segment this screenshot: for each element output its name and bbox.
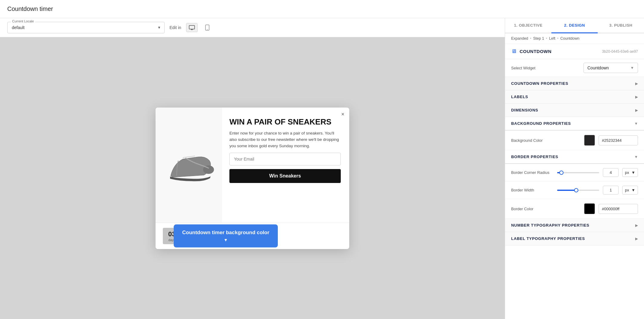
section-countdown-title: COUNTDOWN PROPERTIES [511,81,635,86]
countdown-hours-label: hours [192,238,200,242]
locale-label: Current Locale [11,19,35,23]
countdown-row: Countdown timer background color ▼ 03 da… [156,223,349,249]
section-border-properties[interactable]: BORDER PROPERTIES ▼ [505,150,644,164]
border-corner-radius-slider[interactable] [557,172,599,173]
section-labels-title: LABELS [511,95,635,99]
cta-button[interactable]: Win Sneakers [229,169,341,183]
chevron-right-icon: ▶ [635,237,638,241]
edit-in-label: Edit in [169,25,181,30]
popup-headline: WIN A PAIR OF SNEAKERS [229,117,341,127]
background-color-row: Background Color [505,131,644,150]
section-number-typography-title: NUMBER TYPOGRAPHY PROPERTIES [511,223,635,228]
breadcrumb-sep-1: • [530,36,531,41]
app-title: Countdown timer [7,5,637,12]
svg-rect-0 [189,25,195,29]
border-color-label: Border Color [511,207,580,211]
background-color-input[interactable] [599,135,638,145]
border-width-input[interactable] [603,186,619,194]
breadcrumb-step: Step 1 [533,36,544,41]
border-width-slider[interactable] [557,190,599,191]
border-color-row: Border Color [505,199,644,219]
chevron-down-icon: ▼ [634,155,638,159]
popup-close-button[interactable]: × [341,111,344,118]
countdown-mins-value: 41 [216,230,223,238]
background-color-label: Background Color [511,138,580,143]
select-widget-value: Countdown [587,65,609,70]
svg-point-2 [207,29,208,30]
countdown-hours-value: 23 [192,230,199,238]
mobile-icon [205,25,209,31]
section-background-properties[interactable]: BACKGROUND PROPERTIES ▼ [505,117,644,131]
countdown-secs: 54 secs [234,228,252,244]
breadcrumb-countdown: Countdown [560,36,579,41]
chevron-down-icon: ▼ [634,121,638,126]
countdown-mins-label: mins [216,238,223,242]
unit-chevron: ▼ [631,170,635,175]
countdown-days: 03 days [163,228,181,244]
locale-dropdown[interactable]: default [7,22,165,33]
desktop-icon [189,25,195,30]
tab-bar: 1. OBJECTIVE 2. DESIGN 3. PUBLISH [505,18,644,33]
section-dimensions-title: DIMENSIONS [511,108,635,112]
section-label-typography-title: LABEL TYPOGRAPHY PROPERTIES [511,236,635,241]
top-bar: Countdown timer [0,0,644,18]
popup-content-area: WIN A PAIR OF SNEAKERS Enter now for you… [222,108,349,223]
canvas-area: Current Locale default ▼ Edit in × [0,18,505,319]
tab-publish[interactable]: 3. PUBLISH [598,18,644,33]
breadcrumb-sep-3: • [557,36,558,41]
breadcrumb: Expanded • Step 1 • Left • Countdown [505,33,644,44]
border-corner-radius-label: Border Corner Radius [511,170,554,175]
countdown-days-label: days [168,238,175,242]
section-dimensions[interactable]: DIMENSIONS ▶ [505,104,644,117]
locale-selector[interactable]: Current Locale default ▼ [7,22,165,33]
canvas-content: × [0,37,505,319]
chevron-right-icon: ▶ [635,108,638,112]
shoe-image [160,141,218,189]
unit-chevron-2: ▼ [631,188,635,192]
desktop-device-button[interactable] [186,23,198,32]
unit-label-2: px [625,188,629,192]
border-color-swatch[interactable] [584,203,595,214]
popup-body: Enter now for your chance to win a pair … [229,130,341,149]
section-label-typography[interactable]: LABEL TYPOGRAPHY PROPERTIES ▶ [505,232,644,245]
canvas-toolbar: Current Locale default ▼ Edit in [0,18,505,37]
email-input[interactable] [229,153,341,165]
chevron-right-icon: ▶ [635,81,638,86]
chevron-down-icon: ▼ [630,66,634,70]
popup-inner: WIN A PAIR OF SNEAKERS Enter now for you… [156,108,349,223]
border-corner-radius-unit[interactable]: px ▼ [622,168,638,177]
section-border-title: BORDER PROPERTIES [511,155,634,159]
tab-design[interactable]: 2. DESIGN [551,18,598,33]
widget-id: 3b20-0445-63e6-ae97 [602,49,638,54]
select-widget-label: Select Widget [511,66,580,70]
countdown-mins: 41 mins [210,228,228,244]
section-labels[interactable]: LABELS ▶ [505,90,644,104]
section-countdown-properties[interactable]: COUNTDOWN PROPERTIES ▶ [505,77,644,90]
chevron-right-icon: ▶ [635,223,638,228]
countdown-hours: 23 hours [187,228,205,244]
select-widget-row: Select Widget Countdown ▼ [505,59,644,77]
countdown-days-value: 03 [168,230,176,238]
widget-title: COUNTDOWN [520,49,599,54]
mobile-device-button[interactable] [202,22,212,33]
chevron-right-icon: ▶ [635,95,638,99]
countdown-secs-label: secs [240,238,247,242]
main-layout: Current Locale default ▼ Edit in × [0,18,644,319]
section-number-typography[interactable]: NUMBER TYPOGRAPHY PROPERTIES ▶ [505,219,644,232]
widget-header: 🖥 COUNTDOWN 3b20-0445-63e6-ae97 [505,44,644,59]
countdown-sep-1: : [183,230,185,241]
breadcrumb-left: Left [549,36,555,41]
border-width-label: Border Width [511,188,554,192]
tab-objective[interactable]: 1. OBJECTIVE [505,18,551,33]
border-color-input[interactable] [599,204,638,214]
select-widget-dropdown[interactable]: Countdown ▼ [583,63,638,73]
border-corner-radius-row: Border Corner Radius px ▼ [505,164,644,181]
background-color-swatch[interactable] [584,135,595,146]
border-width-unit[interactable]: px ▼ [622,186,638,194]
breadcrumb-expanded: Expanded [511,36,528,41]
countdown-sep-3: : [230,230,232,241]
unit-label: px [625,170,629,175]
right-panel: 1. OBJECTIVE 2. DESIGN 3. PUBLISH Expand… [505,18,644,319]
border-corner-radius-input[interactable] [603,168,619,177]
border-width-row: Border Width px ▼ [505,181,644,199]
